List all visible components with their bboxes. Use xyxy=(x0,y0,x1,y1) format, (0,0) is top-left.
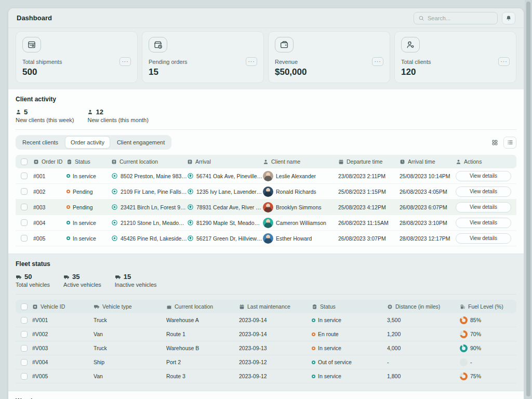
view-details-button[interactable]: View details xyxy=(456,202,511,212)
view-toggles xyxy=(488,137,516,149)
scrollbar-track[interactable] xyxy=(525,0,532,399)
departure-time: 25/08/2023 4:12PM xyxy=(338,204,400,210)
metric-label: Total vehicles xyxy=(16,282,50,288)
vehicle-row-V004[interactable]: #V004 Ship Port 2 2023-09-12 Out of serv… xyxy=(16,355,516,369)
column-header-current-location[interactable]: Current location xyxy=(111,158,187,165)
pin-circle-icon xyxy=(187,204,194,210)
person-plus-icon xyxy=(406,40,415,49)
column-header-actions[interactable]: Actions xyxy=(456,158,511,165)
select-all-checkbox[interactable] xyxy=(21,158,28,165)
scrollbar-thumb[interactable] xyxy=(526,2,530,396)
vehicle-row-V003[interactable]: #V003 Truck Warehouse B 2023-09-13 In se… xyxy=(16,341,516,355)
order-row-005[interactable]: #005 In service 45426 Pine Rd, Lakeside … xyxy=(16,231,516,246)
stat-label: Revenue xyxy=(275,59,298,65)
row-checkbox[interactable] xyxy=(21,331,28,338)
client-name: Ronald Richards xyxy=(263,187,338,197)
tab-recent-clients[interactable]: Recent clients xyxy=(17,136,64,149)
column-header-current-location[interactable]: Current location xyxy=(166,303,239,310)
order-row-003[interactable]: #003 Pending 23421 Birch Ln, Forest 9876… xyxy=(16,200,516,215)
vehicle-row-V001[interactable]: #V001 Truck Warehouse A 2023-09-14 In se… xyxy=(16,313,516,327)
search-input[interactable] xyxy=(428,15,490,21)
bell-icon xyxy=(506,15,512,21)
status-dot-icon xyxy=(66,190,70,193)
row-checkbox[interactable] xyxy=(21,172,28,179)
tab-group: Recent clientsOrder activityClient engag… xyxy=(16,135,171,150)
order-row-004[interactable]: #004 In service 21210 Stone Ln, Meadow 1… xyxy=(16,215,516,231)
avatar xyxy=(263,218,273,228)
row-checkbox[interactable] xyxy=(21,204,28,210)
divider xyxy=(16,129,516,130)
row-checkbox[interactable] xyxy=(21,317,28,324)
stat-card-revenue: Revenue ··· $50,000 xyxy=(268,31,390,83)
stat-value: 15 xyxy=(149,67,257,77)
arrival-location: 1235 Ivy Lane, Lavender 54321 xyxy=(187,188,263,195)
view-details-button[interactable]: View details xyxy=(456,218,511,228)
status-dot-icon xyxy=(312,361,315,364)
column-header-last-maintenance[interactable]: Last maintenance xyxy=(239,303,312,310)
id-square-icon xyxy=(33,159,39,165)
select-all-checkbox[interactable] xyxy=(21,303,28,310)
ellipsis-menu-button[interactable]: ··· xyxy=(246,57,257,66)
column-header-status[interactable]: Status xyxy=(66,158,111,165)
vehicle-row-V005[interactable]: #V005 Van Route 3 2023-09-12 In service … xyxy=(16,369,516,383)
order-row-002[interactable]: #002 Pending 2109 Fir Lane, Pine Falls 8… xyxy=(16,184,516,200)
stat-card-total-shipments: Total shipments ··· 500 xyxy=(16,31,138,83)
grid-view-button[interactable] xyxy=(488,137,501,149)
column-header-vehicle-id[interactable]: Vehicle ID xyxy=(32,303,94,310)
status: Pending xyxy=(66,189,111,195)
status: In service xyxy=(312,317,387,323)
notifications-button[interactable] xyxy=(502,12,515,24)
view-details-button[interactable]: View details xyxy=(456,233,511,244)
column-header-order-id[interactable]: Order ID xyxy=(33,158,66,165)
orders-table-body: #001 In service 8502 Preston, Maine 9838… xyxy=(16,168,516,246)
client-name: Leslie Alexander xyxy=(263,171,338,181)
last-maintenance: 2023-09-14 xyxy=(239,331,312,337)
view-details-button[interactable]: View details xyxy=(456,187,511,197)
arrival-time: 26/08/2023 4:05PM xyxy=(400,189,456,195)
metric-new-clients-this-week-: 5 New clients (this week) xyxy=(16,108,74,123)
ellipsis-menu-button[interactable]: ··· xyxy=(498,57,510,66)
stat-label: Pending orders xyxy=(149,59,188,65)
status: In service xyxy=(66,220,111,226)
fuel-level: 70% xyxy=(460,330,511,338)
column-header-fuel-level-[interactable]: Fuel Level (%) xyxy=(460,303,511,310)
metric-label: New clients (this month) xyxy=(87,117,148,123)
row-checkbox[interactable] xyxy=(21,359,28,366)
distance: 1,800 xyxy=(387,373,460,379)
current-location: 2109 Fir Lane, Pine Falls 87654 xyxy=(111,188,187,195)
row-checkbox[interactable] xyxy=(21,373,28,380)
current-location: Warehouse B xyxy=(166,345,239,351)
fleet-section: Fleet status 50 Total vehicles 35 Active… xyxy=(8,254,524,391)
current-location: 21210 Stone Ln, Meadow 12345 xyxy=(111,219,187,226)
column-header-arrival-time[interactable]: Arrival time xyxy=(400,158,456,165)
list-icon xyxy=(507,139,513,145)
column-header-client-name[interactable]: Client name xyxy=(263,158,338,165)
row-checkbox[interactable] xyxy=(21,235,28,242)
column-header-arrival[interactable]: Arrival xyxy=(187,158,263,165)
tab-client-engagement[interactable]: Client engagement xyxy=(111,136,170,149)
column-header-departure-time[interactable]: Departure time xyxy=(338,158,400,165)
status-dot-icon xyxy=(312,318,315,322)
row-checkbox[interactable] xyxy=(21,219,28,226)
topbar-actions xyxy=(414,12,515,24)
ellipsis-menu-button[interactable]: ··· xyxy=(372,57,383,66)
search-box[interactable] xyxy=(414,12,498,24)
column-header-vehicle-type[interactable]: Vehicle type xyxy=(94,303,166,310)
tab-order-activity[interactable]: Order activity xyxy=(65,136,110,149)
package-icon xyxy=(27,40,36,49)
column-header-distance-in-miles-[interactable]: Distance (in miles) xyxy=(387,303,460,310)
column-header-status[interactable]: Status xyxy=(312,303,387,310)
vehicle-row-V002[interactable]: #V002 Van Route 1 2023-09-14 En route 1,… xyxy=(16,327,516,341)
arrival-time: 26/08/2023 6:07PM xyxy=(400,204,456,210)
pin-circle-icon xyxy=(187,219,194,226)
list-view-button[interactable] xyxy=(503,137,516,149)
avatar xyxy=(263,171,273,181)
ellipsis-menu-button[interactable]: ··· xyxy=(119,57,131,66)
current-location: 23421 Birch Ln, Forest 98765 xyxy=(111,204,187,210)
metric-label: New clients (this week) xyxy=(16,117,74,123)
view-details-button[interactable]: View details xyxy=(456,171,511,181)
row-checkbox[interactable] xyxy=(21,188,28,195)
order-row-001[interactable]: #001 In service 8502 Preston, Maine 9838… xyxy=(16,168,516,184)
row-checkbox[interactable] xyxy=(21,345,28,352)
person-icon xyxy=(456,159,461,165)
